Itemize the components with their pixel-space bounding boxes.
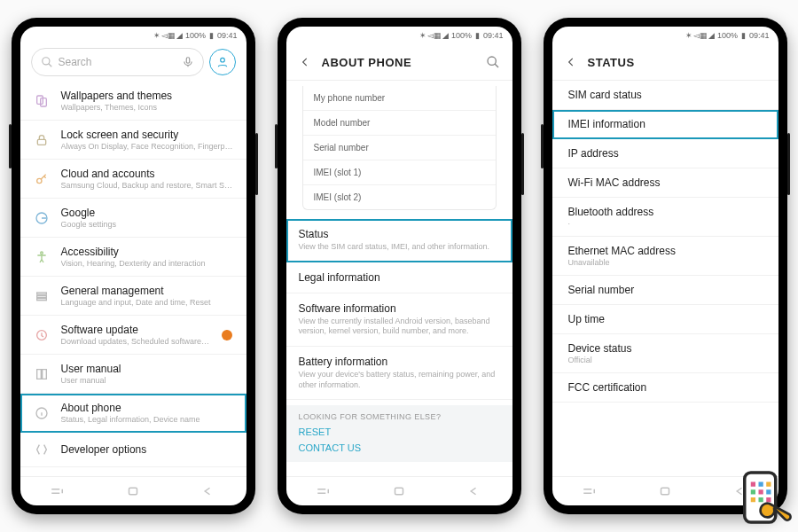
search-row: Search	[20, 44, 246, 82]
row-lockscreen[interactable]: Lock screen and securityAlways On Displa…	[20, 121, 246, 160]
status-bar: ✶ ◅ ▦ ◢ 100% ▮ 09:41	[552, 27, 778, 44]
search-icon	[41, 56, 53, 68]
spec-imei2[interactable]: IMEI (slot 2)	[303, 185, 496, 209]
search-placeholder: Search	[59, 56, 92, 68]
back-button[interactable]	[200, 485, 216, 497]
back-icon[interactable]	[565, 56, 577, 68]
svg-rect-31	[766, 497, 771, 502]
battery-icon: ▮	[475, 31, 480, 40]
book-icon	[33, 365, 51, 383]
row-bt-addr[interactable]: Bluetooth address·	[552, 198, 778, 237]
spec-card: My phone number Model number Serial numb…	[302, 86, 497, 210]
link-reset[interactable]: RESET	[299, 426, 500, 437]
accessibility-icon	[33, 248, 51, 266]
svg-rect-6	[37, 139, 45, 145]
looking-label: LOOKING FOR SOMETHING ELSE?	[299, 412, 500, 421]
signal-icon: ✶ ◅ ▦ ◢	[153, 31, 182, 40]
row-software-info[interactable]: Software information View the currently …	[286, 293, 512, 347]
screen: ✶ ◅ ▦ ◢ 100% ▮ 09:41 ABOUT PHONE My phon…	[286, 27, 512, 505]
screen: ✶ ◅ ▦ ◢ 100% ▮ 09:41 Search Wallpapers	[20, 27, 246, 505]
home-button[interactable]	[657, 485, 673, 497]
recent-button[interactable]	[316, 485, 332, 497]
svg-point-18	[488, 57, 496, 65]
home-button[interactable]	[125, 485, 141, 497]
svg-point-3	[220, 58, 224, 62]
spec-serial[interactable]: Serial number	[303, 136, 496, 160]
row-accessibility[interactable]: AccessibilityVision, Hearing, Dexterity …	[20, 238, 246, 277]
profile-button[interactable]	[209, 49, 236, 75]
spec-model[interactable]: Model number	[303, 111, 496, 136]
row-imei-info[interactable]: IMEI information	[552, 110, 778, 139]
svg-rect-11	[36, 295, 46, 297]
search-input[interactable]: Search	[31, 48, 204, 76]
recent-button[interactable]	[50, 485, 66, 497]
row-wallpapers[interactable]: Wallpapers and themesWallpapers, Themes,…	[20, 82, 246, 121]
home-button[interactable]	[391, 485, 407, 497]
svg-line-1	[48, 64, 51, 67]
row-battery-info[interactable]: Battery information View your device's b…	[286, 347, 512, 400]
update-icon	[33, 326, 51, 344]
svg-rect-24	[759, 482, 763, 487]
mic-icon[interactable]	[182, 56, 194, 68]
looking-box: LOOKING FOR SOMETHING ELSE? RESET CONTAC…	[286, 405, 512, 462]
settings-list[interactable]: Wallpapers and themesWallpapers, Themes,…	[20, 82, 246, 476]
battery-label: 100%	[185, 31, 206, 40]
search-icon[interactable]	[486, 55, 500, 69]
svg-rect-10	[36, 293, 46, 294]
row-sim-status[interactable]: SIM card status	[552, 81, 778, 110]
wallpaper-icon	[33, 92, 51, 110]
clock: 09:41	[483, 31, 504, 40]
info-icon	[33, 404, 51, 422]
row-device-status[interactable]: Device statusOfficial	[552, 334, 778, 373]
key-icon	[33, 170, 51, 188]
status-list[interactable]: SIM card status IMEI information IP addr…	[552, 81, 778, 476]
row-status[interactable]: Status View the SIM card status, IMEI, a…	[286, 219, 512, 262]
svg-line-19	[495, 64, 498, 67]
spec-my-number[interactable]: My phone number	[303, 86, 496, 111]
clock: 09:41	[217, 31, 238, 40]
header: STATUS	[552, 44, 778, 81]
svg-point-0	[42, 58, 49, 65]
svg-rect-29	[751, 497, 755, 502]
row-user-manual[interactable]: User manualUser manual	[20, 355, 246, 394]
row-serial[interactable]: Serial number	[552, 276, 778, 305]
page-title: STATUS	[588, 56, 635, 69]
google-icon	[33, 209, 51, 227]
row-google[interactable]: GoogleGoogle settings	[20, 199, 246, 238]
clock: 09:41	[749, 31, 770, 40]
about-content[interactable]: My phone number Model number Serial numb…	[286, 81, 512, 476]
row-fcc[interactable]: FCC certification	[552, 373, 778, 403]
row-legal[interactable]: Legal information	[286, 262, 512, 293]
update-badge	[222, 330, 232, 340]
status-bar: ✶ ◅ ▦ ◢ 100% ▮ 09:41	[286, 27, 512, 44]
battery-label: 100%	[451, 31, 472, 40]
row-uptime[interactable]: Up time	[552, 305, 778, 334]
row-eth-mac[interactable]: Ethernet MAC addressUnavailable	[552, 237, 778, 276]
svg-rect-26	[751, 489, 755, 494]
svg-rect-23	[751, 482, 755, 487]
page-title: ABOUT PHONE	[322, 56, 412, 69]
row-developer-options[interactable]: Developer options	[20, 433, 246, 467]
row-ip[interactable]: IP address	[552, 139, 778, 168]
svg-point-7	[36, 178, 41, 183]
row-software-update[interactable]: Software updateDownload updates, Schedul…	[20, 316, 246, 355]
svg-rect-17	[129, 488, 137, 495]
svg-rect-12	[36, 298, 46, 300]
row-about-phone[interactable]: About phoneStatus, Legal information, De…	[20, 394, 246, 433]
battery-icon: ▮	[209, 31, 214, 40]
recent-button[interactable]	[582, 485, 598, 497]
watermark-logo	[729, 466, 794, 528]
status-bar: ✶ ◅ ▦ ◢ 100% ▮ 09:41	[20, 27, 246, 44]
row-general[interactable]: General managementLanguage and input, Da…	[20, 277, 246, 316]
back-icon[interactable]	[299, 56, 311, 68]
spec-imei1[interactable]: IMEI (slot 1)	[303, 160, 496, 185]
row-wifi-mac[interactable]: Wi-Fi MAC address	[552, 168, 778, 198]
link-contact[interactable]: CONTACT US	[299, 442, 500, 453]
row-cloud[interactable]: Cloud and accountsSamsung Cloud, Backup …	[20, 160, 246, 199]
svg-rect-25	[766, 482, 771, 487]
lock-icon	[33, 131, 51, 149]
svg-point-9	[40, 252, 43, 254]
developer-icon	[33, 441, 51, 458]
back-button[interactable]	[466, 485, 482, 497]
svg-rect-21	[661, 488, 669, 495]
